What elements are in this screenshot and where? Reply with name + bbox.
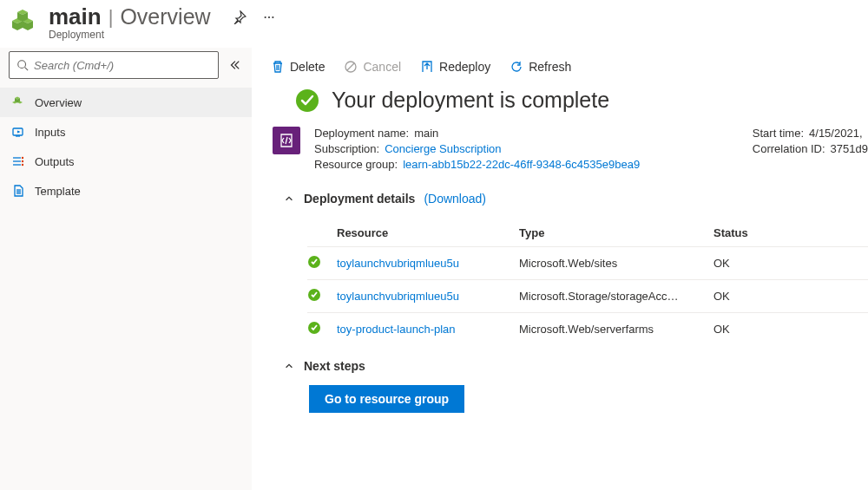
- sidebar-item-template[interactable]: Template: [0, 176, 252, 206]
- resource-link[interactable]: toylaunchvubriqmlueu5u: [337, 257, 519, 270]
- sidebar-item-outputs[interactable]: Outputs: [0, 147, 252, 176]
- success-check-icon: [295, 88, 319, 113]
- main-content: Delete Cancel Redeploy: [252, 48, 868, 490]
- sidebar-item-inputs[interactable]: Inputs: [0, 117, 252, 147]
- resource-status: OK: [713, 323, 868, 336]
- collapse-toggle[interactable]: [283, 360, 295, 372]
- collapse-toggle[interactable]: [283, 193, 295, 205]
- upload-icon: [420, 60, 434, 74]
- page-subtitle: Deployment: [49, 29, 861, 41]
- resource-type: Microsoft.Web/serverfarms: [519, 323, 713, 336]
- subscription-link[interactable]: Concierge Subscription: [385, 142, 501, 155]
- trash-icon: [271, 60, 285, 74]
- title-separator: |: [108, 6, 114, 29]
- sidebar-item-label: Outputs: [35, 155, 75, 168]
- refresh-button[interactable]: Refresh: [510, 60, 571, 74]
- section-title: Deployment details: [304, 192, 415, 206]
- svg-point-24: [22, 157, 23, 159]
- refresh-icon: [510, 60, 523, 74]
- sidebar: Overview Inputs Outputs Template: [0, 48, 252, 490]
- table-row[interactable]: toylaunchvubriqmlueu5u Microsoft.Storage…: [307, 279, 868, 312]
- success-check-icon: [307, 258, 321, 271]
- svg-point-10: [268, 16, 270, 17]
- download-link[interactable]: (Download): [424, 192, 486, 206]
- svg-point-26: [22, 164, 23, 166]
- sidebar-item-label: Overview: [35, 96, 82, 109]
- correlation-value: 3751d9: [831, 142, 868, 155]
- redeploy-button[interactable]: Redeploy: [420, 60, 490, 74]
- svg-point-9: [264, 16, 266, 17]
- inputs-icon: [10, 124, 26, 140]
- table-row[interactable]: toy-product-launch-plan Microsoft.Web/se…: [307, 312, 868, 345]
- resourcegroup-link[interactable]: learn-abb15b22-22dc-46ff-9348-6c4535e9be…: [403, 158, 640, 171]
- status-banner: Your deployment is complete: [271, 88, 868, 121]
- deployment-name-label: Deployment name:: [314, 127, 409, 140]
- column-type: Type: [519, 226, 713, 239]
- starttime-value: 4/15/2021,: [809, 127, 862, 140]
- page-header: main | Overview Deployment: [0, 0, 868, 48]
- column-status: Status: [713, 226, 868, 239]
- success-check-icon: [307, 291, 321, 304]
- collapse-sidebar-button[interactable]: [222, 53, 247, 77]
- page-title-main: main: [49, 3, 102, 30]
- svg-line-13: [25, 68, 29, 71]
- resource-link[interactable]: toylaunchvubriqmlueu5u: [337, 290, 519, 303]
- search-input-wrapper[interactable]: [9, 51, 219, 79]
- search-icon: [16, 59, 29, 71]
- deployment-name-value: main: [414, 127, 438, 140]
- status-message: Your deployment is complete: [332, 88, 609, 113]
- search-input[interactable]: [34, 59, 211, 72]
- outputs-icon: [10, 154, 26, 169]
- resource-status: OK: [713, 290, 868, 303]
- command-bar: Delete Cancel Redeploy: [271, 51, 868, 88]
- pin-button[interactable]: [232, 10, 247, 25]
- sidebar-item-label: Template: [35, 185, 81, 198]
- arm-template-icon: [273, 127, 300, 154]
- resource-link[interactable]: toy-product-launch-plan: [337, 323, 519, 336]
- section-title: Next steps: [304, 359, 365, 373]
- svg-line-31: [347, 63, 354, 70]
- svg-point-11: [272, 16, 273, 17]
- resources-table: Resource Type Status toylaunchvubriqmlue…: [307, 219, 868, 345]
- subscription-label: Subscription:: [314, 142, 379, 155]
- deployment-meta: Deployment name: main Subscription: Conc…: [271, 121, 868, 186]
- resource-type: Microsoft.Web/sites: [519, 257, 713, 270]
- column-resource: Resource: [337, 226, 519, 239]
- resource-cubes-icon: [10, 7, 38, 35]
- next-steps-section: Next steps Go to resource group: [271, 354, 868, 421]
- page-title-sub: Overview: [120, 4, 210, 29]
- resource-status: OK: [713, 257, 868, 270]
- cancel-icon: [344, 60, 358, 74]
- sidebar-item-label: Inputs: [35, 126, 65, 139]
- cubes-icon: [10, 95, 26, 110]
- resource-type: Microsoft.Storage/storageAcc…: [519, 290, 713, 303]
- svg-point-12: [18, 61, 26, 69]
- correlation-label: Correlation ID:: [753, 142, 825, 155]
- sidebar-item-overview[interactable]: Overview: [0, 88, 252, 117]
- page-title-block: main | Overview Deployment: [49, 3, 861, 41]
- template-icon: [10, 183, 26, 199]
- table-row[interactable]: toylaunchvubriqmlueu5u Microsoft.Web/sit…: [307, 246, 868, 279]
- cancel-button: Cancel: [344, 60, 401, 74]
- deployment-details-section: Deployment details (Download) Resource T…: [271, 186, 868, 354]
- more-button[interactable]: [261, 10, 277, 25]
- svg-point-25: [22, 160, 23, 162]
- starttime-label: Start time:: [753, 127, 804, 140]
- success-check-icon: [307, 324, 321, 337]
- go-to-resource-group-button[interactable]: Go to resource group: [309, 385, 464, 413]
- delete-button[interactable]: Delete: [271, 60, 325, 74]
- resourcegroup-label: Resource group:: [314, 158, 398, 171]
